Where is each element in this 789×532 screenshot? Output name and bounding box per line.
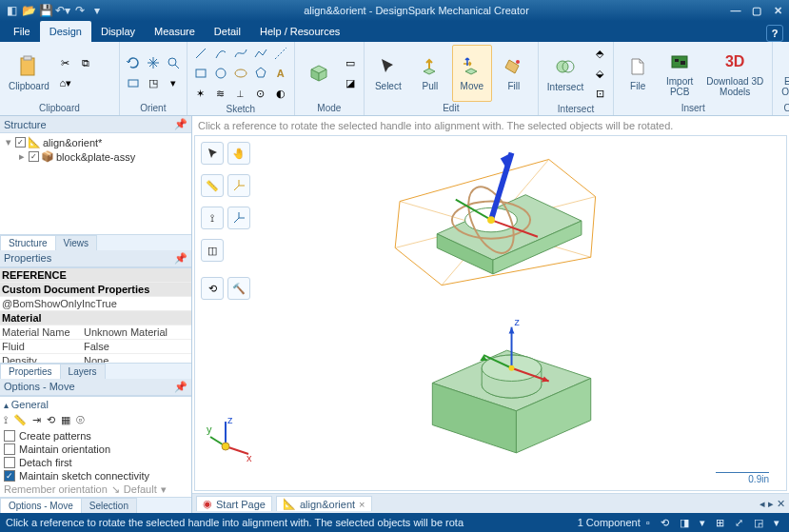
- tab-measure[interactable]: Measure: [145, 21, 205, 42]
- opt-detach-first[interactable]: Detach first: [4, 457, 187, 468]
- arc-icon[interactable]: [211, 44, 230, 63]
- tab-views[interactable]: Views: [55, 235, 98, 250]
- structure-tree[interactable]: ▾✓📐align&orient* ▸✓📦block&plate-assy: [0, 133, 191, 234]
- property-row[interactable]: FluidFalse: [0, 340, 191, 354]
- property-row[interactable]: @BomShowOnlyIncTrue: [0, 297, 191, 311]
- pin-icon[interactable]: 📌: [174, 252, 187, 265]
- structure-header: Structure📌: [0, 116, 191, 133]
- help-icon[interactable]: ?: [766, 25, 783, 42]
- sketch-misc2-icon[interactable]: ◐: [271, 84, 290, 103]
- spline-icon[interactable]: [231, 44, 250, 63]
- tool-anchor-icon[interactable]: ⟟: [201, 207, 224, 229]
- tab-help[interactable]: Help / Resources: [250, 21, 349, 42]
- tool-select-icon[interactable]: [201, 142, 224, 165]
- tab-properties[interactable]: Properties: [0, 364, 61, 379]
- close-tab-icon[interactable]: ×: [359, 499, 365, 510]
- tool-upto-icon[interactable]: 🤚: [227, 142, 250, 165]
- planview-icon[interactable]: [124, 73, 143, 92]
- pull-button[interactable]: Pull: [410, 45, 450, 102]
- mode-3d-button[interactable]: [299, 45, 339, 102]
- sketch-misc-icon[interactable]: ⊙: [251, 84, 270, 103]
- svg-text:y: y: [207, 424, 212, 435]
- properties-grid[interactable]: REFERENCECustom Document Properties@BomS…: [0, 267, 191, 363]
- trim-icon[interactable]: ✶: [191, 84, 210, 103]
- text-icon[interactable]: A: [271, 64, 290, 83]
- tab-file[interactable]: File: [4, 21, 40, 42]
- tab-selection[interactable]: Selection: [81, 498, 137, 513]
- download-3d-button[interactable]: 3DDownload 3D Models: [701, 45, 768, 102]
- line-icon[interactable]: [191, 44, 210, 63]
- pan-icon[interactable]: [144, 53, 163, 72]
- import-pcb-button[interactable]: Import PCB: [660, 45, 700, 102]
- tab-design[interactable]: Design: [40, 21, 91, 42]
- orient-misc-icon[interactable]: ◳: [144, 73, 163, 92]
- tool-orient-icon[interactable]: ⟲: [201, 277, 224, 300]
- tool-axes2-icon[interactable]: [227, 207, 250, 229]
- opt-maintain-sketch[interactable]: ✓Maintain sketch connectivity: [4, 470, 187, 482]
- redo-icon[interactable]: ↷: [72, 3, 88, 18]
- tab-detail[interactable]: Detail: [205, 21, 250, 42]
- rect-icon[interactable]: [191, 64, 210, 83]
- split-icon[interactable]: ⬘: [590, 44, 609, 63]
- group-clipboard: Clipboard ✂ ⧉ ⌂▾ Clipboard: [0, 42, 120, 115]
- minimize-button[interactable]: ―: [728, 3, 743, 18]
- home-view-icon[interactable]: ⌂▾: [56, 73, 75, 92]
- circle-icon[interactable]: [211, 64, 230, 83]
- undo-icon[interactable]: ↶▾: [55, 3, 70, 18]
- opt-create-patterns[interactable]: Create patterns: [4, 430, 187, 442]
- grid-icon: ▦: [61, 414, 70, 426]
- viewport[interactable]: 🤚 📏 ⟟ ◫ ⟲ 🔨: [194, 135, 787, 491]
- construction-icon[interactable]: [271, 44, 290, 63]
- cut-icon[interactable]: ✂: [56, 53, 75, 72]
- qat-dropdown-icon[interactable]: ▾: [89, 3, 105, 18]
- opt-maintain-orientation[interactable]: Maintain orientation: [4, 443, 187, 455]
- open-icon[interactable]: 📂: [21, 3, 36, 18]
- pin-icon[interactable]: 📌: [174, 381, 187, 393]
- export-button[interactable]: Export Options: [777, 45, 789, 102]
- project2-icon[interactable]: ⊡: [590, 84, 609, 103]
- anchor-icon: ⟟: [4, 414, 8, 426]
- copy-icon[interactable]: ⧉: [76, 53, 95, 72]
- offset-icon[interactable]: ≋: [211, 84, 230, 103]
- splitbody-icon[interactable]: ⬙: [590, 64, 609, 83]
- fill-button[interactable]: Fill: [494, 45, 534, 102]
- property-row[interactable]: Custom Document Properties: [0, 283, 191, 297]
- tool-plane-icon[interactable]: 🔨: [227, 277, 250, 300]
- property-row[interactable]: REFERENCE: [0, 268, 191, 283]
- polyline-icon[interactable]: [251, 44, 270, 63]
- mode-sketch-icon[interactable]: ▭: [341, 53, 360, 72]
- tab-structure[interactable]: Structure: [0, 235, 56, 250]
- status-icons[interactable]: ▫ ⟲ ◨ ▾ ⊞ ⤢ ◲ ▾: [646, 517, 783, 529]
- tab-display[interactable]: Display: [91, 21, 145, 42]
- property-row[interactable]: DensityNone: [0, 354, 191, 363]
- maximize-button[interactable]: ▢: [749, 3, 764, 18]
- tab-nav-icon[interactable]: ◂ ▸ ✕: [759, 498, 785, 510]
- tab-start-page[interactable]: ◉Start Page: [196, 496, 272, 511]
- file-button[interactable]: File: [618, 45, 658, 102]
- select-button[interactable]: Select: [368, 45, 408, 102]
- zoom-icon[interactable]: [164, 53, 183, 72]
- tool-ruler-icon[interactable]: 📏: [201, 174, 224, 197]
- options-icons[interactable]: ⟟📏⇥⟲▦⦾: [4, 412, 187, 428]
- tab-layers[interactable]: Layers: [60, 364, 106, 379]
- tab-document[interactable]: 📐align&orient×: [276, 496, 372, 511]
- pin-icon[interactable]: 📌: [174, 118, 187, 130]
- combine-button[interactable]: Intersect: [542, 45, 588, 102]
- orient-misc2-icon[interactable]: ▾: [164, 73, 183, 92]
- polygon-icon[interactable]: [251, 64, 270, 83]
- view-triad[interactable]: zxy: [205, 416, 252, 465]
- project-icon[interactable]: ⟂: [231, 84, 250, 103]
- property-row[interactable]: Material NameUnknown Material: [0, 325, 191, 340]
- tool-axes-icon[interactable]: [227, 174, 250, 197]
- tab-options-move[interactable]: Options - Move: [0, 498, 82, 513]
- save-icon[interactable]: 💾: [38, 3, 53, 18]
- spin-icon[interactable]: [124, 53, 143, 72]
- close-button[interactable]: ✕: [770, 3, 785, 18]
- ribbon: Clipboard ✂ ⧉ ⌂▾ Clipboard ◳ ▾ Orient: [0, 42, 789, 116]
- mode-section-icon[interactable]: ◪: [341, 73, 360, 92]
- property-row[interactable]: Material: [0, 311, 191, 325]
- paste-button[interactable]: Clipboard: [4, 45, 54, 102]
- ellipse-icon[interactable]: [231, 64, 250, 83]
- tool-fulcrum-icon[interactable]: ◫: [201, 239, 224, 262]
- move-button[interactable]: Move: [452, 45, 492, 102]
